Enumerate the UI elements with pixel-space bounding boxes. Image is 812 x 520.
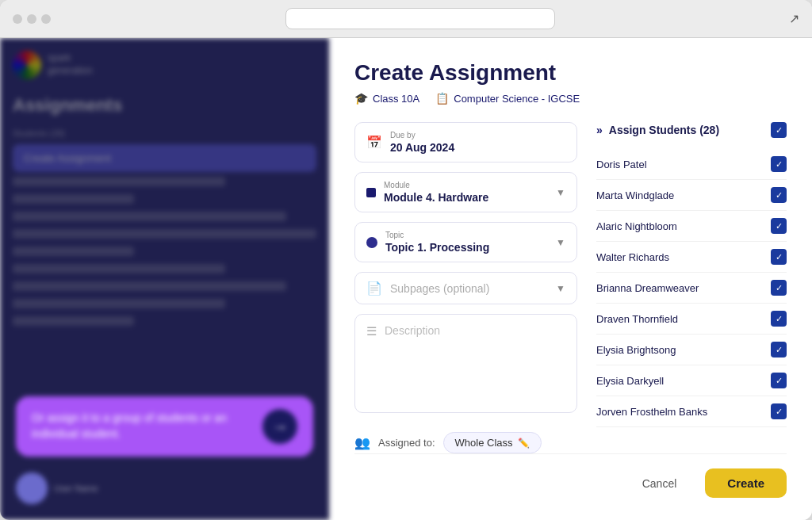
students-title-row: » Assign Students (28)	[596, 124, 719, 136]
student-name: Walter Richards	[596, 251, 669, 263]
browser-chrome: spark-generation.com ↗	[0, 0, 812, 38]
topic-label: Topic	[385, 231, 548, 239]
student-name: Doris Patel	[596, 159, 647, 170]
sidebar-blur-row-9	[13, 316, 134, 326]
logo-icon	[13, 51, 41, 79]
expand-icon[interactable]: ↗	[789, 11, 799, 26]
document-icon: 📄	[366, 281, 382, 296]
checkmark-icon: ✓	[776, 376, 783, 386]
people-icon: 👥	[354, 435, 370, 450]
avatar-name: User Name	[54, 484, 98, 493]
student-name: Elysia Darkyell	[596, 375, 664, 387]
topic-chevron-icon: ▼	[556, 237, 565, 248]
sidebar-label: Students (28)	[13, 128, 316, 138]
topic-dot-icon	[366, 237, 377, 248]
student-checkbox[interactable]: ✓	[771, 249, 787, 265]
student-name: Elysia Brightsong	[596, 344, 676, 356]
student-checkbox[interactable]: ✓	[771, 403, 787, 419]
edit-icon: ✏️	[518, 438, 530, 449]
student-row: Marta Windglade✓	[596, 180, 787, 211]
student-name: Alaric Nightbloom	[596, 220, 677, 232]
sidebar-logo: sparkgeneration	[13, 51, 316, 79]
address-bar: spark-generation.com	[60, 8, 779, 29]
main-content: Create Assignment 🎓 Class 10A 📋 Computer…	[329, 38, 812, 520]
browser-window: spark-generation.com ↗ sparkgeneration A…	[0, 0, 812, 520]
purple-tooltip: Or assign it to a group of students or a…	[16, 396, 313, 457]
sidebar-active-item[interactable]: Create Assignment	[13, 144, 316, 172]
subpages-label: Subpages (optional)	[390, 282, 548, 295]
student-row: Alaric Nightbloom✓	[596, 211, 787, 242]
due-date-value: 20 Aug 2024	[390, 141, 565, 154]
students-panel: » Assign Students (28) ✓ Doris Patel✓Mar…	[596, 122, 787, 427]
calendar-icon: 📅	[366, 135, 382, 150]
class-label: Class 10A	[373, 93, 419, 105]
checkmark-icon: ✓	[776, 190, 783, 201]
student-checkbox[interactable]: ✓	[771, 311, 787, 327]
tooltip-next-button[interactable]: →	[262, 409, 297, 444]
module-field[interactable]: Module Module 4. Hardware ▼	[354, 172, 577, 212]
checkmark-icon: ✓	[776, 159, 783, 170]
student-row: Jorven Frosthelm Banks✓	[596, 396, 787, 427]
sidebar-inner: sparkgeneration Assignments Students (28…	[0, 38, 329, 346]
student-checkbox[interactable]: ✓	[771, 218, 787, 234]
subpages-field[interactable]: 📄 Subpages (optional) ▼	[354, 272, 577, 304]
checkmark-icon: ✓	[776, 345, 783, 355]
due-date-field[interactable]: 📅 Due by 20 Aug 2024	[354, 122, 577, 162]
student-checkbox[interactable]: ✓	[771, 280, 787, 296]
create-button[interactable]: Create	[705, 468, 787, 498]
avatar	[16, 472, 48, 504]
meta-subject: 📋 Computer Science - IGCSE	[435, 92, 580, 105]
student-checkbox[interactable]: ✓	[771, 373, 787, 388]
traffic-light-min[interactable]	[27, 14, 36, 24]
due-date-content: Due by 20 Aug 2024	[390, 131, 565, 154]
module-bar-icon	[366, 188, 376, 197]
student-row: Elysia Brightsong✓	[596, 335, 787, 365]
student-checkbox[interactable]: ✓	[771, 187, 787, 203]
student-row: Walter Richards✓	[596, 242, 787, 273]
traffic-light-close[interactable]	[13, 14, 22, 24]
book-icon: 📋	[435, 92, 449, 105]
student-name: Marta Windglade	[596, 189, 674, 201]
browser-content: sparkgeneration Assignments Students (28…	[0, 38, 812, 520]
sidebar-panel: sparkgeneration Assignments Students (28…	[0, 38, 329, 520]
sidebar-blur-row-8	[13, 299, 225, 308]
checkmark-icon: ✓	[776, 407, 783, 417]
topic-content: Topic Topic 1. Processing	[385, 231, 548, 254]
student-checkbox[interactable]: ✓	[771, 342, 787, 358]
bottom-actions: Cancel Create	[354, 453, 787, 498]
description-placeholder: Description	[385, 324, 440, 337]
module-label: Module	[384, 181, 548, 189]
whole-class-pill[interactable]: Whole Class ✏️	[443, 432, 542, 453]
checkmark-icon: ✓	[776, 314, 783, 324]
due-date-label: Due by	[390, 131, 565, 140]
whole-class-label: Whole Class	[455, 437, 513, 449]
student-row: Brianna Dreamweaver✓	[596, 273, 787, 304]
student-name: Draven Thornfield	[596, 313, 678, 325]
student-checkbox[interactable]: ✓	[771, 156, 787, 172]
sidebar-blur-row-4	[13, 229, 316, 239]
traffic-light-max[interactable]	[41, 14, 51, 24]
sidebar-blur-row-2	[13, 194, 134, 204]
form-left: 📅 Due by 20 Aug 2024 Module Module 4. Ha…	[354, 122, 577, 453]
student-row: Doris Patel✓	[596, 149, 787, 180]
student-row: Elysia Darkyell✓	[596, 365, 787, 396]
description-field[interactable]: ☰ Description	[354, 314, 577, 413]
sidebar-blur-row-3	[13, 212, 286, 221]
module-value: Module 4. Hardware	[384, 191, 548, 204]
sidebar-blur-row-7	[13, 281, 286, 291]
student-row: Draven Thornfield✓	[596, 304, 787, 335]
url-input[interactable]: spark-generation.com	[285, 8, 555, 29]
cancel-button[interactable]: Cancel	[625, 469, 695, 498]
assigned-label: Assigned to:	[378, 437, 435, 449]
sidebar-blur-row-6	[13, 264, 225, 273]
sidebar-avatar: User Name	[16, 472, 98, 504]
meta-class: 🎓 Class 10A	[354, 92, 419, 105]
topic-field[interactable]: Topic Topic 1. Processing ▼	[354, 222, 577, 262]
select-all-checkbox[interactable]: ✓	[771, 122, 787, 138]
assigned-to-row: 👥 Assigned to: Whole Class ✏️	[354, 432, 577, 453]
tooltip-text: Or assign it to a group of students or a…	[32, 411, 250, 442]
graduation-cap-icon: 🎓	[354, 92, 368, 105]
sidebar-blur-row-1	[13, 177, 225, 186]
arrow-right-icon: →	[272, 418, 288, 436]
sidebar-heading: Assignments	[13, 95, 316, 116]
